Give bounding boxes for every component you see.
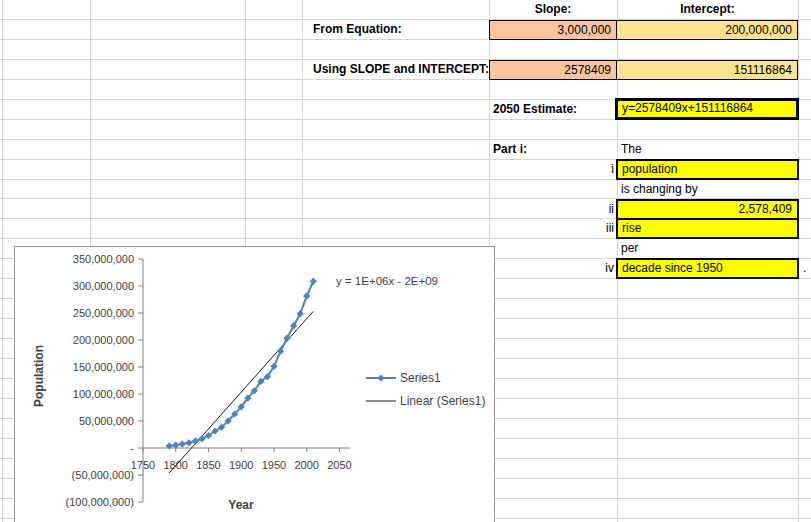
legend-linear-label[interactable]: Linear (Series1) [400, 394, 485, 408]
data-point-marker[interactable] [303, 292, 310, 299]
data-point-marker[interactable] [179, 440, 186, 447]
x-tick-label: 2050 [327, 459, 351, 471]
x-tick-label: 1850 [196, 459, 220, 471]
y-tick-label: 50,000,000 [79, 415, 134, 427]
population-chart[interactable]: 350,000,000300,000,000250,000,000200,000… [14, 246, 495, 522]
cell-blank-iii-number[interactable]: iii [489, 219, 617, 239]
cell-blank-ii-number[interactable]: ii [489, 200, 617, 220]
y-tick-label: 200,000,000 [73, 334, 134, 346]
data-point-marker[interactable] [185, 439, 192, 446]
y-tick-label: (50,000,000) [72, 469, 134, 481]
cell-blank-iv-value[interactable]: decade since 1950 [616, 258, 799, 279]
data-point-marker[interactable] [297, 310, 304, 317]
cell-part-i-label[interactable]: Part i: [489, 140, 617, 160]
x-tick-label: 2000 [295, 459, 319, 471]
y-tick-label: - [130, 442, 134, 454]
column-gridline [2, 0, 3, 522]
data-point-marker[interactable] [198, 435, 205, 442]
cell-blank-ii-value[interactable]: 2,578,409 [616, 199, 799, 220]
cell-from-equation-intercept[interactable]: 200,000,000 [616, 20, 798, 40]
y-tick-label: 100,000,000 [73, 388, 134, 400]
x-tick-label: 1900 [229, 459, 253, 471]
cell-2050-estimate-label[interactable]: 2050 Estimate: [489, 100, 617, 120]
data-point-marker[interactable] [192, 437, 199, 444]
spreadsheet: { "sheet": { "col_headers": { "slope": "… [0, 0, 811, 522]
cell-blank-i-value[interactable]: population [616, 159, 799, 180]
cell-from-equation-slope[interactable]: 3,000,000 [489, 20, 617, 40]
y-axis-title: Population [32, 345, 46, 407]
cell-blank-iv-number[interactable]: iv [489, 259, 617, 279]
cell-2050-estimate-value[interactable]: y=2578409x+151116864 [615, 98, 799, 120]
legend-series1-marker [377, 374, 384, 381]
x-tick-label: 1950 [262, 459, 286, 471]
series1-line[interactable] [169, 281, 313, 446]
cell-part-i-mid2[interactable]: per [617, 239, 798, 259]
data-point-marker[interactable] [310, 278, 317, 285]
cell-using-functions-slope[interactable]: 2578409 [489, 60, 617, 80]
legend-series1-label[interactable]: Series1 [400, 371, 441, 385]
cell-using-functions-intercept[interactable]: 151116864 [616, 60, 798, 80]
y-tick-label: (100,000,000) [66, 496, 135, 508]
cell-blank-iii-value[interactable]: rise [616, 218, 799, 239]
cell-period[interactable]: . [799, 259, 811, 279]
data-point-marker[interactable] [284, 335, 291, 342]
cell-from-equation-label[interactable]: From Equation: [309, 20, 489, 40]
data-point-marker[interactable] [277, 348, 284, 355]
x-axis-title: Year [228, 498, 254, 512]
cell-blank-i-number[interactable]: i [489, 160, 617, 180]
chart-canvas: 350,000,000300,000,000250,000,000200,000… [15, 247, 494, 522]
cell-part-i-intro[interactable]: The [617, 140, 798, 160]
trendline-equation-label[interactable]: y = 1E+06x - 2E+09 [336, 275, 438, 287]
cell-using-functions-label[interactable]: Using SLOPE and INTERCEPT: [309, 60, 489, 80]
cell-slope-header[interactable]: Slope: [489, 0, 617, 20]
y-tick-label: 250,000,000 [73, 307, 134, 319]
y-tick-label: 350,000,000 [73, 253, 134, 265]
data-point-marker[interactable] [290, 322, 297, 329]
x-tick-label: 1750 [131, 459, 155, 471]
y-tick-label: 300,000,000 [73, 280, 134, 292]
cell-intercept-header[interactable]: Intercept: [617, 0, 798, 20]
y-tick-label: 150,000,000 [73, 361, 134, 373]
cell-part-i-mid1[interactable]: is changing by [617, 180, 798, 200]
